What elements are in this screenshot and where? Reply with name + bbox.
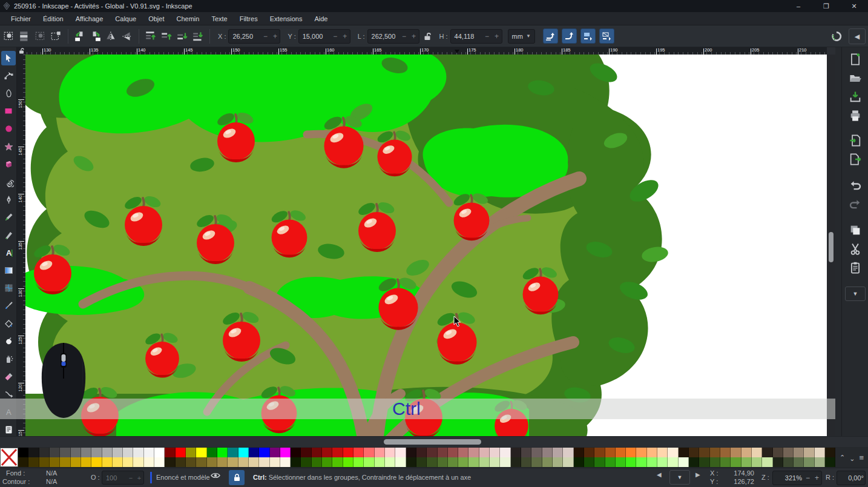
palette-swatch[interactable] (196, 457, 206, 467)
palette-swatch[interactable] (469, 457, 479, 467)
palette-swatch[interactable] (353, 457, 364, 467)
palette-swatch[interactable] (626, 457, 636, 467)
horizontal-scrollbar-thumb[interactable] (384, 439, 481, 445)
palette-swatch[interactable] (270, 457, 280, 467)
field-h-decrement[interactable]: − (482, 32, 492, 41)
palette-swatch[interactable] (343, 457, 353, 467)
opacity-increment[interactable]: + (135, 474, 143, 482)
palette-swatch[interactable] (500, 448, 510, 457)
palette-swatch[interactable] (50, 457, 60, 467)
palette-swatch[interactable] (594, 457, 605, 467)
palette-swatch[interactable] (291, 448, 301, 457)
palette-swatch[interactable] (741, 457, 752, 467)
palette-swatch[interactable] (647, 457, 657, 467)
field-y-increment[interactable]: + (340, 32, 350, 41)
tool-ellipse[interactable] (1, 122, 16, 136)
affect-patterns-toggle[interactable] (599, 28, 614, 44)
palette-swatch[interactable] (511, 448, 521, 457)
palette-swatch[interactable] (521, 448, 531, 457)
menu-edition[interactable]: Édition (37, 13, 70, 24)
menu-calque[interactable]: Calque (109, 13, 142, 24)
palette-swatch[interactable] (636, 457, 646, 467)
palette-swatch[interactable] (479, 448, 490, 457)
palette-swatch[interactable] (731, 457, 741, 467)
menu-fichier[interactable]: Fichier (5, 13, 37, 24)
rotate-cw-button[interactable] (88, 28, 104, 44)
deselect-button[interactable] (33, 28, 48, 44)
palette-swatch[interactable] (144, 448, 154, 457)
palette-swatch[interactable] (574, 457, 584, 467)
palette-swatch[interactable] (616, 448, 626, 457)
palette-swatch[interactable] (301, 448, 311, 457)
palette-swatch[interactable] (699, 457, 709, 467)
field-y-input[interactable]: 15,000−+ (298, 29, 350, 44)
field-h-value[interactable]: 44,118 (451, 33, 482, 40)
palette-swatch[interactable] (176, 457, 186, 467)
palette-swatch[interactable] (448, 457, 458, 467)
tool-mesh-gradient[interactable] (1, 281, 16, 296)
horizontal-ruler[interactable]: 1301351401451501551601651701751801851901… (25, 47, 827, 55)
field-x-increment[interactable]: + (270, 32, 280, 41)
tool-box-3d[interactable] (1, 157, 16, 171)
palette-swatch[interactable] (60, 457, 70, 467)
menu-aide[interactable]: Aide (308, 13, 334, 24)
palette-swatch[interactable] (553, 457, 563, 467)
tool-rectangle[interactable] (1, 104, 16, 119)
raise-button[interactable] (159, 28, 174, 44)
vertical-ruler[interactable]: 150145140135130125120115 (17, 55, 25, 436)
menu-filtres[interactable]: Filtres (234, 13, 264, 24)
palette-swatch[interactable] (479, 457, 490, 467)
toolbar-collapse-button[interactable]: ◀ (849, 28, 866, 44)
palette-swatch[interactable] (18, 448, 28, 457)
palette-swatch[interactable] (395, 448, 406, 457)
palette-swatch[interactable] (18, 457, 28, 467)
palette-scroll-up-icon[interactable]: ⌃ (840, 454, 845, 462)
palette-swatch[interactable] (605, 448, 616, 457)
palette-swatch[interactable] (626, 448, 636, 457)
rotation-input[interactable]: 0,00° (837, 471, 866, 485)
field-w-value[interactable]: 262,500 (368, 33, 399, 40)
affect-corners-toggle[interactable] (562, 28, 577, 44)
selection-bbox-toggle-button[interactable] (48, 28, 64, 44)
palette-swatch[interactable] (574, 448, 584, 457)
field-h-input[interactable]: 44,118−+ (450, 29, 502, 44)
palette-swatch[interactable] (312, 448, 322, 457)
palette-swatch[interactable] (647, 448, 657, 457)
palette-swatch[interactable] (123, 457, 133, 467)
flip-horizontal-button[interactable] (104, 28, 119, 44)
tool-dropper[interactable] (1, 299, 16, 313)
palette-swatch[interactable] (364, 448, 374, 457)
opacity-decrement[interactable]: − (127, 474, 135, 482)
palette-swatch[interactable] (783, 457, 794, 467)
layer-visibility-eye-icon[interactable] (211, 472, 220, 480)
tool-xml-editor[interactable] (1, 422, 16, 437)
rotate-ccw-button[interactable] (72, 28, 88, 44)
palette-swatch[interactable] (395, 457, 406, 467)
palette-swatch[interactable] (458, 448, 469, 457)
nav-prev-icon[interactable]: ◀ (657, 471, 662, 478)
select-all-layers-button[interactable] (17, 28, 33, 44)
palette-swatch[interactable] (39, 457, 50, 467)
palette-swatch[interactable] (312, 457, 322, 467)
palette-swatch[interactable] (280, 457, 291, 467)
palette-swatch[interactable] (657, 457, 668, 467)
palette-swatch[interactable] (60, 448, 70, 457)
palette-swatch[interactable] (217, 457, 228, 467)
palette-swatch[interactable] (270, 448, 280, 457)
tool-tweak[interactable] (1, 86, 16, 101)
palette-swatch[interactable] (238, 457, 249, 467)
palette-swatch[interactable] (657, 448, 668, 457)
tool-node-editor[interactable] (1, 68, 16, 83)
palette-swatch[interactable] (668, 457, 678, 467)
palette-swatch[interactable] (804, 448, 814, 457)
palette-swatch[interactable] (825, 457, 835, 467)
menu-extensions[interactable]: Extensions (264, 13, 309, 24)
lower-to-bottom-button[interactable] (190, 28, 206, 44)
palette-swatch[interactable] (689, 448, 699, 457)
palette-swatch[interactable] (689, 457, 699, 467)
palette-swatch[interactable] (531, 448, 542, 457)
palette-menu-icon[interactable]: ≡ (859, 453, 864, 462)
tool-pen[interactable] (1, 193, 16, 207)
palette-swatch[interactable] (249, 457, 259, 467)
palette-swatch[interactable] (815, 457, 825, 467)
